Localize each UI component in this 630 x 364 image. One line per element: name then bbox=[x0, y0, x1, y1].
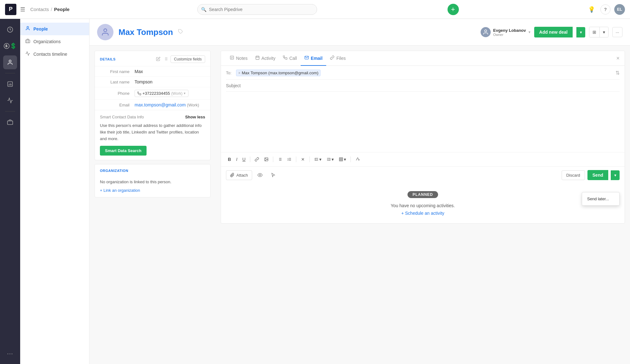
preview-button[interactable] bbox=[255, 170, 265, 180]
send-later-dropdown: Send later... bbox=[582, 192, 620, 206]
discard-button[interactable]: Discard bbox=[562, 170, 585, 180]
notes-tab-icon bbox=[230, 55, 234, 61]
recipient-remove-icon[interactable]: × bbox=[238, 71, 240, 75]
more-options-button[interactable]: ··· bbox=[612, 27, 622, 37]
grid-view-button[interactable]: ⊞ bbox=[589, 27, 599, 37]
owner-section: Evgeny Lobanov Owner ▾ bbox=[481, 27, 530, 37]
left-panel: DETAILS Customize fields bbox=[90, 46, 216, 364]
italic-button[interactable]: I bbox=[234, 156, 239, 163]
details-row-email: Email max.tompson@gmail.com (Work) bbox=[95, 100, 210, 110]
indent-button[interactable]: ▾ bbox=[312, 156, 323, 163]
svg-point-8 bbox=[104, 29, 107, 32]
svg-text:$: $ bbox=[6, 44, 7, 48]
details-row-phone: Phone +37222334455 (Work) ▾ bbox=[95, 87, 210, 100]
no-activities-text: You have no upcoming activities. bbox=[226, 203, 620, 208]
email-subtype: (Work) bbox=[187, 103, 199, 107]
tab-activity[interactable]: Activity bbox=[251, 51, 279, 66]
tab-notes[interactable]: Notes bbox=[226, 51, 251, 66]
smart-contact-section: Smart Contact Data Info Show less Use th… bbox=[95, 110, 210, 160]
add-deal-button[interactable]: Add new deal bbox=[534, 27, 573, 37]
link-button[interactable] bbox=[253, 156, 261, 163]
show-less-button[interactable]: Show less bbox=[185, 115, 205, 119]
sidebar-item-deals[interactable]: $ 💲 bbox=[3, 39, 17, 53]
customize-fields-button[interactable]: Customize fields bbox=[171, 55, 205, 63]
edit-icon[interactable] bbox=[155, 56, 161, 63]
owner-chevron-icon[interactable]: ▾ bbox=[529, 30, 530, 34]
sidebar-item-reports[interactable] bbox=[3, 77, 17, 91]
attach-button[interactable]: Attach bbox=[226, 170, 252, 180]
owner-info: Evgeny Lobanov Owner bbox=[493, 28, 526, 37]
details-card: DETAILS Customize fields bbox=[95, 51, 211, 160]
breadcrumb-parent[interactable]: Contacts bbox=[30, 7, 49, 12]
sidebar-item-organizations[interactable]: Organizations bbox=[20, 35, 89, 48]
sidebar-organizations-label: Organizations bbox=[33, 39, 61, 44]
svg-point-6 bbox=[27, 26, 28, 28]
bulb-icon-btn[interactable]: 💡 bbox=[587, 4, 597, 14]
email-expand-icon[interactable]: ⇅ bbox=[616, 70, 620, 76]
sort-icon[interactable] bbox=[163, 56, 169, 63]
two-col-layout: DETAILS Customize fields bbox=[90, 46, 630, 364]
notes-tab-label: Notes bbox=[236, 56, 248, 61]
details-card-header: DETAILS Customize fields bbox=[95, 51, 210, 66]
tab-call[interactable]: Call bbox=[279, 51, 301, 66]
email-recipient-chip[interactable]: × Max Tompson (max.tompson@gmail.com) bbox=[236, 70, 321, 76]
sidebar-item-contacts[interactable] bbox=[3, 55, 17, 69]
signature-button[interactable] bbox=[353, 156, 362, 163]
sidebar-item-more[interactable]: ··· bbox=[3, 346, 17, 360]
bold-button[interactable]: B bbox=[226, 156, 233, 163]
details-row-lastname: Last name Tompson bbox=[95, 77, 210, 87]
sidebar-item-people[interactable]: People bbox=[20, 23, 89, 35]
send-dropdown-button[interactable]: ▾ bbox=[611, 170, 620, 180]
view-dropdown-button[interactable]: ▾ bbox=[600, 27, 608, 37]
unordered-list-button[interactable] bbox=[276, 156, 284, 163]
tag-icon[interactable] bbox=[178, 29, 183, 35]
smart-contact-title: Smart Contact Data Info bbox=[100, 115, 144, 119]
phone-badge[interactable]: +37222334455 (Work) ▾ bbox=[135, 90, 188, 97]
person-name[interactable]: Max Tompson bbox=[118, 27, 173, 37]
send-button[interactable]: Send bbox=[587, 170, 608, 180]
org-title: ORGANIZATION bbox=[100, 169, 128, 173]
table-button[interactable]: ▾ bbox=[337, 156, 348, 163]
email-toolbar: B I U bbox=[221, 152, 625, 167]
close-panel-icon[interactable]: × bbox=[616, 55, 620, 62]
sidebar-item-contacts-timeline[interactable]: Contacts timeline bbox=[20, 48, 89, 60]
email-subject-row bbox=[226, 80, 620, 92]
user-avatar[interactable]: EL bbox=[614, 4, 625, 15]
search-bar: 🔍 bbox=[197, 4, 317, 15]
smart-contact-description: Use this person's email address to gathe… bbox=[100, 122, 205, 142]
underline-button[interactable]: U bbox=[240, 156, 247, 163]
add-button[interactable]: + bbox=[448, 4, 459, 15]
image-button[interactable] bbox=[262, 156, 270, 163]
sidebar-item-products[interactable] bbox=[3, 115, 17, 129]
cursor-button[interactable] bbox=[268, 170, 279, 180]
attach-label: Attach bbox=[236, 173, 248, 178]
menu-icon[interactable]: ☰ bbox=[20, 6, 25, 13]
quote-button[interactable]: ▾ bbox=[325, 156, 336, 163]
activity-tab-label: Activity bbox=[262, 56, 275, 61]
email-subject-input[interactable] bbox=[226, 83, 620, 88]
email-label: Email bbox=[100, 103, 135, 107]
svg-point-10 bbox=[484, 30, 487, 32]
tab-files[interactable]: Files bbox=[326, 51, 350, 66]
toolbar-sep-3 bbox=[296, 156, 296, 162]
help-icon-btn[interactable]: ? bbox=[600, 4, 610, 14]
smart-data-search-button[interactable]: Smart Data Search bbox=[100, 146, 147, 156]
clear-format-button[interactable] bbox=[299, 156, 307, 163]
sidebar-item-insights[interactable] bbox=[3, 94, 17, 107]
add-deal-dropdown-button[interactable]: ▾ bbox=[576, 27, 585, 37]
phone-chevron-icon[interactable]: ▾ bbox=[184, 91, 186, 95]
tab-email[interactable]: Email bbox=[301, 51, 326, 66]
ordered-list-button[interactable] bbox=[285, 156, 293, 163]
sidebar-item-activity[interactable] bbox=[3, 23, 17, 37]
owner-role: Owner bbox=[493, 33, 526, 37]
smart-section-header: Smart Contact Data Info Show less bbox=[100, 115, 205, 119]
send-later-item[interactable]: Send later... bbox=[582, 194, 619, 204]
link-organization-button[interactable]: + Link an organization bbox=[95, 188, 210, 197]
email-value[interactable]: max.tompson@gmail.com bbox=[135, 102, 186, 107]
search-input[interactable] bbox=[197, 4, 317, 15]
email-body[interactable] bbox=[226, 92, 620, 148]
svg-rect-7 bbox=[26, 40, 30, 43]
email-tab-label: Email bbox=[311, 56, 322, 61]
org-no-link-text: No organization is linked to this person… bbox=[95, 176, 210, 188]
schedule-activity-link[interactable]: + Schedule an activity bbox=[401, 211, 444, 216]
